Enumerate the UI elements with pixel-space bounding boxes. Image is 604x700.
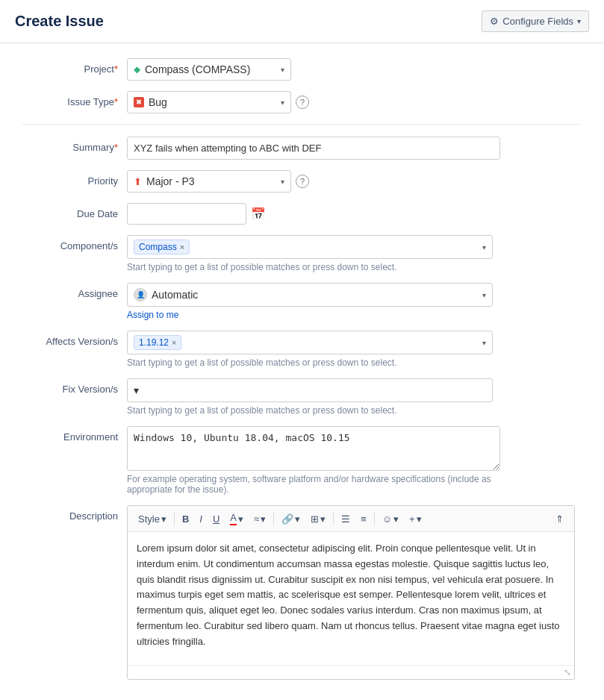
- affects-version-row: Affects Version/s 1.19.12 × ▾ Start typi…: [22, 331, 582, 368]
- issue-type-value: Bug: [149, 96, 167, 108]
- editor-toolbar: Style ▾ B I U A ▾ ≈ ▾: [128, 506, 574, 532]
- issue-type-help-icon[interactable]: ?: [296, 96, 309, 109]
- bullet-list-button[interactable]: ☰: [337, 511, 355, 527]
- due-date-control: 📅: [127, 203, 582, 225]
- issue-type-control: ✖ Bug ▾ ?: [127, 91, 582, 113]
- create-issue-dialog: Create Issue ⚙ Configure Fields ▾ Projec…: [0, 0, 604, 700]
- editor-resize-handle[interactable]: ⤡: [128, 665, 574, 679]
- component-tag: Compass ×: [134, 240, 190, 254]
- components-select[interactable]: Compass × ▾: [127, 235, 493, 259]
- issue-type-chevron-icon: ▾: [281, 99, 284, 107]
- assignee-row: Assignee 👤 Automatic ▾ Assign to me: [22, 283, 582, 320]
- numbered-list-button[interactable]: ≡: [356, 511, 371, 527]
- table-button[interactable]: ⊞ ▾: [306, 511, 330, 527]
- components-control: Compass × ▾ Start typing to get a list o…: [127, 235, 582, 272]
- environment-hint: For example operating system, software p…: [127, 474, 500, 495]
- toolbar-divider-3: [333, 512, 334, 525]
- more-chevron-icon: ▾: [417, 513, 422, 525]
- assignee-select[interactable]: 👤 Automatic ▾: [127, 283, 493, 307]
- link-button[interactable]: 🔗 ▾: [277, 511, 305, 527]
- components-chevron-icon: ▾: [482, 243, 486, 251]
- project-label: Project*: [22, 58, 127, 75]
- assignee-chevron-icon: ▾: [482, 291, 486, 299]
- collapse-toolbar-button[interactable]: ⇑: [551, 511, 568, 527]
- text-format-chevron-icon: ▾: [261, 513, 266, 525]
- priority-row: Priority ⬆ Major - P3 ▾ ?: [22, 170, 582, 193]
- summary-control: [127, 137, 582, 160]
- fix-version-chevron-icon: ▾: [134, 384, 139, 396]
- summary-input[interactable]: [127, 137, 500, 160]
- environment-row: Environment For example operating system…: [22, 426, 582, 495]
- resize-icon: ⤡: [564, 667, 571, 678]
- bold-button[interactable]: B: [178, 511, 193, 527]
- dialog-header: Create Issue ⚙ Configure Fields ▾: [0, 0, 604, 43]
- text-color-button[interactable]: A ▾: [225, 510, 248, 528]
- more-button[interactable]: + ▾: [405, 511, 426, 527]
- assignee-value: Automatic: [152, 289, 198, 301]
- project-chevron-icon: ▾: [281, 66, 284, 74]
- bug-icon: ✖: [134, 97, 144, 107]
- priority-label: Priority: [22, 170, 127, 187]
- affects-version-hint: Start typing to get a list of possible m…: [127, 357, 582, 368]
- component-remove-icon[interactable]: ×: [180, 243, 184, 251]
- assignee-label: Assignee: [22, 283, 127, 299]
- toolbar-divider-4: [374, 512, 375, 525]
- due-date-input[interactable]: [127, 203, 246, 225]
- summary-row: Summary*: [22, 137, 582, 160]
- toolbar-divider-1: [174, 512, 175, 525]
- issue-type-label: Issue Type*: [22, 91, 127, 107]
- italic-button[interactable]: I: [195, 511, 207, 527]
- description-content[interactable]: Lorem ipsum dolor sit amet, consectetur …: [128, 532, 574, 665]
- description-text: Lorem ipsum dolor sit amet, consectetur …: [137, 541, 565, 650]
- project-select[interactable]: ◆ Compass (COMPASS) ▾: [127, 58, 291, 81]
- user-avatar: 👤: [134, 288, 147, 301]
- fix-version-hint: Start typing to get a list of possible m…: [127, 405, 582, 416]
- fix-version-row: Fix Version/s ▾ Start typing to get a li…: [22, 378, 582, 416]
- project-row: Project* ◆ Compass (COMPASS) ▾: [22, 58, 582, 81]
- priority-control: ⬆ Major - P3 ▾ ?: [127, 170, 582, 193]
- project-icon: ◆: [134, 64, 140, 75]
- environment-input[interactable]: [127, 426, 500, 471]
- emoji-button[interactable]: ☺ ▾: [378, 511, 403, 527]
- components-hint: Start typing to get a list of possible m…: [127, 262, 582, 272]
- configure-fields-button[interactable]: ⚙ Configure Fields ▾: [482, 10, 589, 32]
- fix-version-select[interactable]: ▾: [127, 378, 493, 402]
- priority-help-icon[interactable]: ?: [296, 175, 309, 188]
- style-chevron-icon: ▾: [161, 513, 166, 525]
- chevron-down-icon: ▾: [577, 17, 581, 25]
- environment-control: For example operating system, software p…: [127, 426, 582, 495]
- text-format-button[interactable]: ≈ ▾: [249, 511, 270, 527]
- table-chevron-icon: ▾: [320, 513, 326, 525]
- affects-version-select[interactable]: 1.19.12 × ▾: [127, 331, 493, 354]
- calendar-icon[interactable]: 📅: [251, 207, 266, 221]
- description-editor: Style ▾ B I U A ▾ ≈ ▾: [127, 505, 575, 680]
- project-value: Compass (COMPASS): [145, 63, 250, 75]
- issue-type-select[interactable]: ✖ Bug ▾: [127, 91, 291, 113]
- project-control: ◆ Compass (COMPASS) ▾: [127, 58, 582, 81]
- gear-icon: ⚙: [490, 16, 499, 27]
- priority-icon: ⬆: [134, 176, 142, 187]
- affects-version-control: 1.19.12 × ▾ Start typing to get a list o…: [127, 331, 582, 368]
- description-label: Description: [22, 505, 127, 522]
- section-divider: [22, 124, 582, 125]
- style-dropdown-button[interactable]: Style ▾: [134, 511, 171, 527]
- due-date-label: Due Date: [22, 203, 127, 219]
- dialog-body: Project* ◆ Compass (COMPASS) ▾ Issue Typ…: [0, 43, 604, 700]
- affects-version-chevron-icon: ▾: [482, 339, 486, 347]
- fix-version-label: Fix Version/s: [22, 378, 127, 395]
- affects-version-remove-icon[interactable]: ×: [172, 338, 176, 347]
- issue-type-row: Issue Type* ✖ Bug ▾ ?: [22, 91, 582, 113]
- summary-label: Summary*: [22, 137, 127, 153]
- assign-me-link[interactable]: Assign to me: [127, 310, 582, 320]
- description-row: Description Style ▾ B I U A: [22, 505, 582, 680]
- toolbar-divider-2: [273, 512, 274, 525]
- component-tag-label: Compass: [139, 242, 177, 252]
- dialog-title: Create Issue: [15, 13, 104, 30]
- underline-button[interactable]: U: [208, 511, 224, 527]
- priority-value: Major - P3: [146, 175, 195, 187]
- priority-chevron-icon: ▾: [281, 178, 284, 186]
- affects-version-tag: 1.19.12 ×: [134, 335, 181, 350]
- priority-select[interactable]: ⬆ Major - P3 ▾: [127, 170, 291, 193]
- affects-version-tag-label: 1.19.12: [139, 337, 169, 348]
- fix-version-control: ▾ Start typing to get a list of possible…: [127, 378, 582, 416]
